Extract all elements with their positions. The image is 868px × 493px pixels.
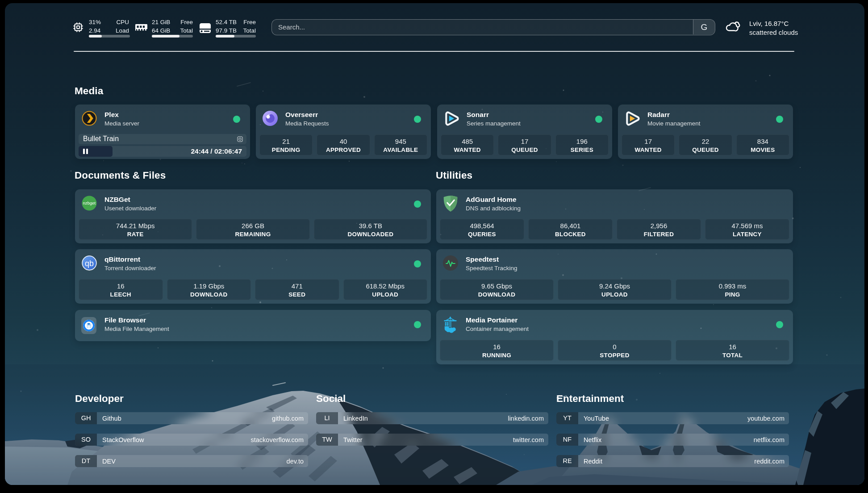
svg-text:nzbget: nzbget: [83, 201, 96, 205]
svg-text:qb: qb: [85, 259, 94, 268]
